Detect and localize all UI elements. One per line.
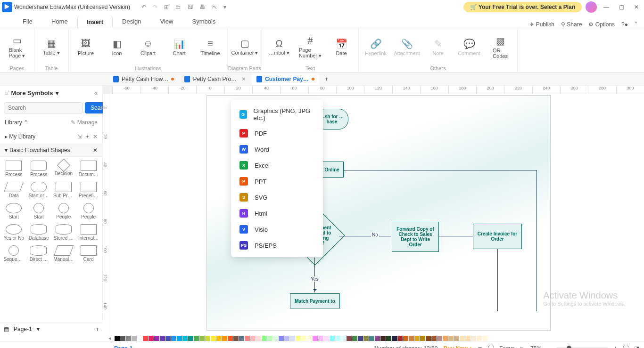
node-match[interactable]: Match Payment to bbox=[290, 293, 340, 308]
color-swatch[interactable] bbox=[482, 336, 487, 341]
picture-button[interactable]: 🖼Picture bbox=[72, 38, 100, 56]
dropdown-item[interactable]: VVisio bbox=[231, 221, 323, 237]
color-swatch[interactable] bbox=[279, 336, 284, 341]
color-swatch[interactable] bbox=[199, 336, 205, 341]
color-swatch[interactable] bbox=[194, 336, 199, 341]
color-swatch[interactable] bbox=[335, 336, 340, 341]
color-swatch[interactable] bbox=[380, 336, 386, 341]
color-swatch[interactable] bbox=[443, 336, 448, 341]
color-swatch[interactable] bbox=[216, 336, 222, 341]
document-tab[interactable]: Petty Cash Flow… bbox=[108, 73, 179, 85]
add-icon[interactable]: + bbox=[86, 133, 89, 140]
connector-back[interactable] bbox=[344, 170, 537, 311]
color-swatch[interactable] bbox=[182, 336, 188, 341]
colorbar-scroll-left-icon[interactable]: ◂ bbox=[108, 335, 111, 341]
close-icon[interactable]: ✕ bbox=[631, 4, 642, 10]
shape-process[interactable]: Process bbox=[27, 159, 51, 179]
fit-icon[interactable]: ⛶ bbox=[488, 345, 494, 348]
color-swatch[interactable] bbox=[347, 336, 352, 341]
color-swatch[interactable] bbox=[318, 336, 323, 341]
avatar[interactable] bbox=[586, 1, 597, 13]
sidebar-collapse-icon[interactable]: « bbox=[94, 89, 98, 97]
dropdown-item[interactable]: PSPS/EPS bbox=[231, 237, 323, 253]
color-swatch[interactable] bbox=[296, 336, 301, 341]
color-swatch[interactable] bbox=[448, 336, 454, 341]
color-swatch[interactable] bbox=[307, 336, 312, 341]
color-swatch[interactable] bbox=[431, 336, 437, 341]
color-swatch[interactable] bbox=[211, 336, 216, 341]
shape-database[interactable]: Database bbox=[27, 222, 51, 243]
color-swatch[interactable] bbox=[369, 336, 374, 341]
open-icon[interactable]: 🗀 bbox=[175, 4, 181, 10]
shape-docum…[interactable]: Docum… bbox=[76, 159, 100, 179]
publish-button[interactable]: ✈ Publish bbox=[529, 21, 554, 28]
import-icon[interactable]: ⇲ bbox=[77, 133, 82, 140]
buy-now-button[interactable]: Buy Now ♦ bbox=[443, 345, 472, 348]
color-swatch[interactable] bbox=[115, 336, 120, 341]
new-tab-button[interactable]: + bbox=[320, 76, 333, 82]
tab-view[interactable]: View bbox=[151, 15, 183, 28]
tab-symbols[interactable]: Symbols bbox=[182, 15, 225, 28]
shape-process[interactable]: Process bbox=[2, 159, 26, 179]
color-swatch[interactable] bbox=[437, 336, 442, 341]
shape-yes or no[interactable]: Yes or No bbox=[2, 222, 26, 243]
tab-file[interactable]: File bbox=[13, 15, 42, 28]
library-label[interactable]: Library ⌃ bbox=[5, 119, 28, 126]
remove-icon[interactable]: ✕ bbox=[93, 133, 98, 140]
color-swatch[interactable] bbox=[250, 336, 256, 341]
dropdown-item[interactable]: XExcel bbox=[231, 157, 323, 173]
shape-decision[interactable]: Decision bbox=[52, 159, 76, 179]
container-button[interactable]: ▢Container ▾ bbox=[231, 38, 259, 56]
page-select[interactable]: Page-1 ▾ bbox=[14, 326, 91, 332]
document-tab[interactable]: Petty Cash Pro…✕ bbox=[180, 73, 251, 85]
search-input[interactable] bbox=[4, 102, 83, 113]
tab-insert[interactable]: Insert bbox=[77, 16, 113, 28]
color-swatch[interactable] bbox=[471, 336, 476, 341]
color-swatch[interactable] bbox=[313, 336, 318, 341]
shape-sequen…[interactable]: Sequen… bbox=[2, 243, 26, 264]
color-swatch[interactable] bbox=[397, 336, 403, 341]
shape-predefi…[interactable]: Predefi… bbox=[76, 180, 100, 200]
color-swatch[interactable] bbox=[341, 336, 346, 341]
color-swatch[interactable] bbox=[284, 336, 289, 341]
canvas[interactable]: …sh for …hase Make Payment Online Does P… bbox=[112, 94, 644, 335]
active-page-label[interactable]: Page-1 bbox=[114, 345, 132, 348]
shape-start[interactable]: Start bbox=[2, 201, 26, 221]
section-toggle-icon[interactable]: ▾ bbox=[5, 147, 8, 154]
tab-design[interactable]: Design bbox=[113, 15, 150, 28]
trial-banner[interactable]: 🛒 Your Free Trial is over. Select a Plan bbox=[463, 2, 582, 12]
qat-dropdown-icon[interactable]: ▾ bbox=[223, 4, 226, 10]
fullscreen-icon[interactable]: ⛶ bbox=[623, 345, 628, 348]
color-swatch[interactable] bbox=[414, 336, 420, 341]
zoom-out-icon[interactable]: − bbox=[547, 345, 551, 348]
shape-internal…[interactable]: Internal… bbox=[76, 222, 100, 243]
tab-home[interactable]: Home bbox=[42, 15, 77, 28]
color-swatch[interactable] bbox=[465, 336, 471, 341]
focus-button[interactable]: Focus bbox=[499, 345, 515, 348]
dropdown-item[interactable]: PPDF bbox=[231, 125, 323, 141]
shape-manual…[interactable]: Manual… bbox=[52, 243, 76, 264]
color-swatch[interactable] bbox=[262, 336, 267, 341]
color-swatch[interactable] bbox=[392, 336, 397, 341]
color-swatch[interactable] bbox=[460, 336, 465, 341]
chart-button[interactable]: 📊Chart bbox=[165, 38, 193, 56]
manage-button[interactable]: ✎ Manage bbox=[71, 119, 98, 126]
shape-people[interactable]: People bbox=[52, 201, 76, 221]
color-swatch[interactable] bbox=[420, 336, 425, 341]
add-page-icon[interactable]: + bbox=[96, 326, 99, 332]
undo-icon[interactable]: ↶ bbox=[141, 4, 146, 10]
clipart-button[interactable]: ☺Clipart bbox=[134, 38, 162, 56]
minimize-icon[interactable]: — bbox=[601, 4, 612, 10]
tab-close-icon[interactable]: ✕ bbox=[241, 76, 246, 82]
layers-icon[interactable]: ≋ bbox=[478, 345, 482, 348]
mylibrary-label[interactable]: ▸ My Library bbox=[5, 133, 35, 140]
share-button[interactable]: ⚲ Share bbox=[561, 21, 582, 28]
print-icon[interactable]: 🖶 bbox=[200, 4, 206, 10]
color-swatch[interactable] bbox=[375, 336, 380, 341]
color-swatch[interactable] bbox=[188, 336, 193, 341]
dropdown-item[interactable]: HHtml bbox=[231, 205, 323, 221]
options-button[interactable]: ⚙ Options bbox=[588, 21, 615, 28]
color-swatch[interactable] bbox=[171, 336, 176, 341]
shape-start[interactable]: Start bbox=[27, 201, 51, 221]
new-icon[interactable]: ⊞ bbox=[164, 4, 169, 10]
